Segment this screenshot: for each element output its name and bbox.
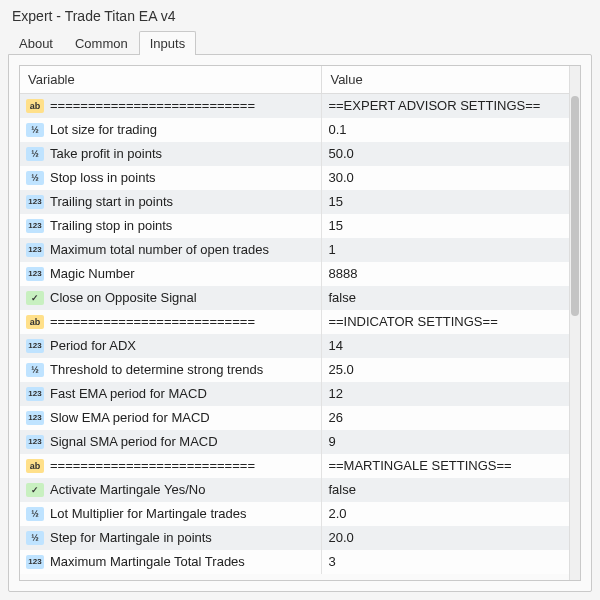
variable-cell: 123Signal SMA period for MACD <box>20 430 322 454</box>
variable-cell: ✓Activate Martingale Yes/No <box>20 478 322 502</box>
variable-cell: 123Maximum total number of open trades <box>20 238 322 262</box>
va-type-icon: ½ <box>26 531 44 545</box>
variable-label: Trailing start in points <box>50 194 173 209</box>
window-title: Expert - Trade Titan EA v4 <box>0 0 600 28</box>
variable-label: Period for ADX <box>50 338 136 353</box>
table-row[interactable]: 123Maximum Martingale Total Trades3 <box>20 550 569 574</box>
table-row[interactable]: ½Lot Multiplier for Martingale trades2.0 <box>20 502 569 526</box>
table-row[interactable]: ab=============================EXPERT AD… <box>20 94 569 118</box>
123-type-icon: 123 <box>26 411 44 425</box>
inputs-table: Variable Value ab=======================… <box>20 66 569 574</box>
123-type-icon: 123 <box>26 243 44 257</box>
variable-cell: ½Step for Martingale in points <box>20 526 322 550</box>
variable-label: Maximum total number of open trades <box>50 242 269 257</box>
value-cell[interactable]: 3 <box>322 550 569 574</box>
variable-label: Stop loss in points <box>50 170 156 185</box>
123-type-icon: 123 <box>26 555 44 569</box>
value-cell[interactable]: 25.0 <box>322 358 569 382</box>
variable-label: Close on Opposite Signal <box>50 290 197 305</box>
ab-type-icon: ab <box>26 315 44 329</box>
tab-inputs[interactable]: Inputs <box>139 31 196 55</box>
table-row[interactable]: 123Signal SMA period for MACD9 <box>20 430 569 454</box>
table-row[interactable]: 123Fast EMA period for MACD12 <box>20 382 569 406</box>
value-cell[interactable]: 14 <box>322 334 569 358</box>
123-type-icon: 123 <box>26 387 44 401</box>
va-type-icon: ½ <box>26 171 44 185</box>
table-row[interactable]: ½Take profit in points50.0 <box>20 142 569 166</box>
123-type-icon: 123 <box>26 195 44 209</box>
value-cell[interactable]: 2.0 <box>322 502 569 526</box>
123-type-icon: 123 <box>26 339 44 353</box>
variable-cell: ✓Close on Opposite Signal <box>20 286 322 310</box>
variable-label: Slow EMA period for MACD <box>50 410 210 425</box>
table-row[interactable]: 123Maximum total number of open trades1 <box>20 238 569 262</box>
table-row[interactable]: ½Step for Martingale in points20.0 <box>20 526 569 550</box>
tab-common[interactable]: Common <box>64 31 139 55</box>
variable-cell: 123Fast EMA period for MACD <box>20 382 322 406</box>
inputs-table-scroll: Variable Value ab=======================… <box>20 66 569 580</box>
va-type-icon: ½ <box>26 147 44 161</box>
table-row[interactable]: ✓Close on Opposite Signalfalse <box>20 286 569 310</box>
table-row[interactable]: 123Magic Number8888 <box>20 262 569 286</box>
table-row[interactable]: 123Slow EMA period for MACD26 <box>20 406 569 430</box>
variable-cell: ab=========================== <box>20 310 322 334</box>
table-row[interactable]: 123Trailing start in points15 <box>20 190 569 214</box>
value-cell[interactable]: 50.0 <box>322 142 569 166</box>
variable-label: Lot size for trading <box>50 122 157 137</box>
123-type-icon: 123 <box>26 435 44 449</box>
table-row[interactable]: ½Lot size for trading0.1 <box>20 118 569 142</box>
variable-label: Threshold to determine strong trends <box>50 362 263 377</box>
value-cell[interactable]: ==EXPERT ADVISOR SETTINGS== <box>322 94 569 118</box>
value-cell[interactable]: 15 <box>322 214 569 238</box>
bool-type-icon: ✓ <box>26 483 44 497</box>
variable-cell: ab=========================== <box>20 454 322 478</box>
col-variable[interactable]: Variable <box>20 66 322 94</box>
value-cell[interactable]: 30.0 <box>322 166 569 190</box>
table-row[interactable]: 123Period for ADX14 <box>20 334 569 358</box>
123-type-icon: 123 <box>26 219 44 233</box>
variable-label: Magic Number <box>50 266 135 281</box>
value-cell[interactable]: ==INDICATOR SETTINGS== <box>322 310 569 334</box>
variable-label: Step for Martingale in points <box>50 530 212 545</box>
variable-cell: ½Take profit in points <box>20 142 322 166</box>
table-row[interactable]: ½Stop loss in points30.0 <box>20 166 569 190</box>
variable-label: Maximum Martingale Total Trades <box>50 554 245 569</box>
value-cell[interactable]: false <box>322 286 569 310</box>
value-cell[interactable]: 8888 <box>322 262 569 286</box>
value-cell[interactable]: 20.0 <box>322 526 569 550</box>
va-type-icon: ½ <box>26 507 44 521</box>
va-type-icon: ½ <box>26 123 44 137</box>
table-row[interactable]: ab=============================MARTINGAL… <box>20 454 569 478</box>
variable-label: Trailing stop in points <box>50 218 172 233</box>
variable-cell: 123Maximum Martingale Total Trades <box>20 550 322 574</box>
variable-cell: ½Lot size for trading <box>20 118 322 142</box>
table-row[interactable]: ½Threshold to determine strong trends25.… <box>20 358 569 382</box>
va-type-icon: ½ <box>26 363 44 377</box>
variable-label: Lot Multiplier for Martingale trades <box>50 506 247 521</box>
ab-type-icon: ab <box>26 459 44 473</box>
variable-label: Fast EMA period for MACD <box>50 386 207 401</box>
value-cell[interactable]: 12 <box>322 382 569 406</box>
variable-cell: 123Period for ADX <box>20 334 322 358</box>
123-type-icon: 123 <box>26 267 44 281</box>
col-value[interactable]: Value <box>322 66 569 94</box>
variable-cell: 123Magic Number <box>20 262 322 286</box>
variable-label: =========================== <box>50 314 255 329</box>
value-cell[interactable]: ==MARTINGALE SETTINGS== <box>322 454 569 478</box>
vertical-scrollbar[interactable] <box>569 66 580 580</box>
value-cell[interactable]: false <box>322 478 569 502</box>
value-cell[interactable]: 0.1 <box>322 118 569 142</box>
table-row[interactable]: 123Trailing stop in points15 <box>20 214 569 238</box>
value-cell[interactable]: 26 <box>322 406 569 430</box>
variable-label: =========================== <box>50 458 255 473</box>
variable-cell: 123Slow EMA period for MACD <box>20 406 322 430</box>
variable-label: Activate Martingale Yes/No <box>50 482 205 497</box>
scrollbar-thumb[interactable] <box>571 96 579 316</box>
bool-type-icon: ✓ <box>26 291 44 305</box>
tab-about[interactable]: About <box>8 31 64 55</box>
value-cell[interactable]: 9 <box>322 430 569 454</box>
value-cell[interactable]: 15 <box>322 190 569 214</box>
value-cell[interactable]: 1 <box>322 238 569 262</box>
table-row[interactable]: ✓Activate Martingale Yes/Nofalse <box>20 478 569 502</box>
table-row[interactable]: ab=============================INDICATOR… <box>20 310 569 334</box>
